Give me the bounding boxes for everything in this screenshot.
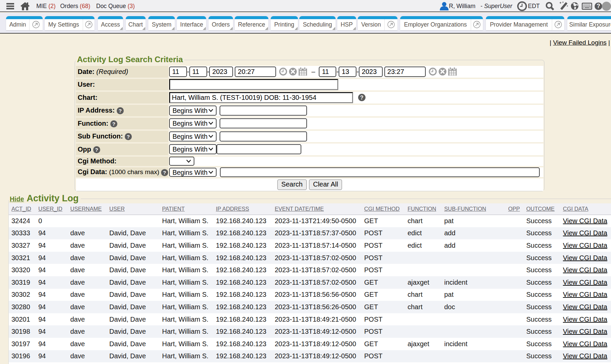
svg-text:?: ?: [597, 3, 600, 9]
svg-text:?: ?: [360, 95, 364, 100]
svg-text:?: ?: [112, 121, 115, 127]
svg-text:?: ?: [95, 147, 98, 153]
svg-text:?: ?: [163, 169, 166, 175]
svg-text:?: ?: [118, 108, 121, 114]
svg-text:?: ?: [127, 134, 130, 139]
